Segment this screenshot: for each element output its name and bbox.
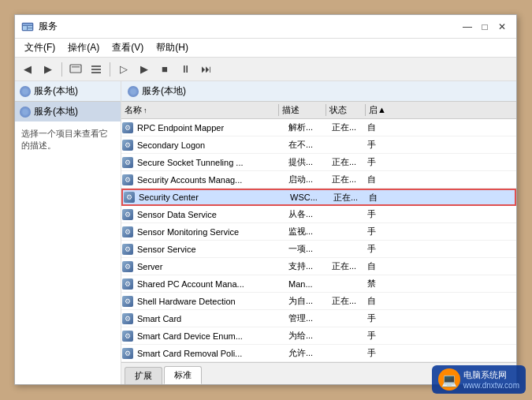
maximize-button[interactable]: □ [477, 19, 493, 35]
sidebar-item-icon [20, 107, 31, 118]
row-icon-9 [121, 278, 134, 290]
restart-button[interactable]: ⏭ [196, 61, 215, 78]
table-row[interactable]: Server 支持... 正在... 自 [121, 258, 516, 275]
main-window: 服务 — □ ✕ 文件(F) 操作(A) 查看(V) 帮助(H) ◀ ▶ [14, 14, 517, 385]
table-row[interactable]: Smart Card Removal Poli... 允许... 手 [121, 345, 516, 362]
window-icon [21, 21, 34, 33]
table-row[interactable]: Shared PC Account Mana... Man... 禁 [121, 275, 516, 293]
table-row[interactable]: Security Center WSC... 正在... 自 [121, 189, 516, 206]
row-start-8: 自 [364, 260, 394, 272]
col-header-desc[interactable]: 描述 [279, 104, 326, 116]
row-name-7: Sensor Service [136, 245, 285, 254]
table-row[interactable]: Sensor Service 一项... 手 [121, 241, 516, 258]
sort-arrow: ↑ [143, 107, 147, 114]
window-title: 服务 [39, 20, 459, 33]
sidebar-header-icon [20, 86, 31, 97]
tab-expand[interactable]: 扩展 [125, 367, 162, 384]
run-button[interactable]: ▷ [114, 61, 133, 78]
table-row[interactable]: Smart Card 管理... 手 [121, 310, 516, 327]
show-console-button[interactable] [66, 61, 85, 78]
svg-rect-8 [91, 65, 101, 67]
table-row[interactable]: Secondary Logon 在不... 手 [121, 136, 516, 154]
right-panel: 服务(本地) 名称 ↑ 描述 状态 启▲ [121, 81, 516, 384]
list-button[interactable] [87, 61, 106, 78]
stop-button[interactable]: ■ [155, 61, 174, 78]
row-desc-10: 为自... [285, 295, 329, 307]
row-name-8: Server [136, 262, 285, 271]
table-row[interactable]: Sensor Monitoring Service 监视... 手 [121, 223, 516, 241]
row-start-13: 手 [364, 347, 394, 359]
col-header-name[interactable]: 名称 ↑ [121, 104, 279, 116]
right-header-icon [128, 86, 139, 97]
row-status-2: 正在... [329, 156, 364, 168]
svg-rect-2 [23, 26, 27, 30]
close-button[interactable]: ✕ [494, 19, 510, 35]
col-header-status[interactable]: 状态 [326, 104, 366, 116]
svg-rect-1 [23, 24, 32, 25]
row-desc-8: 支持... [285, 260, 329, 272]
minimize-button[interactable]: — [459, 19, 475, 35]
row-start-0: 自 [364, 121, 394, 133]
row-icon-3 [121, 174, 134, 186]
row-icon-2 [121, 156, 134, 169]
table-header: 名称 ↑ 描述 状态 启▲ [121, 102, 516, 119]
row-start-6: 手 [364, 226, 394, 237]
window-controls: — □ ✕ [459, 19, 510, 35]
row-name-1: Secondary Logon [136, 140, 285, 150]
row-desc-11: 管理... [285, 312, 329, 324]
row-icon-0 [121, 121, 134, 134]
row-name-0: RPC Endpoint Mapper [136, 123, 285, 133]
row-name-11: Smart Card [136, 314, 285, 323]
table-row[interactable]: Security Accounts Manag... 启动... 正在... 自 [121, 171, 516, 189]
table-row[interactable]: Sensor Data Service 从各... 手 [121, 206, 516, 223]
back-button[interactable]: ◀ [18, 61, 37, 78]
row-status-0: 正在... [329, 121, 364, 133]
service-table[interactable]: 名称 ↑ 描述 状态 启▲ RPC Endpoint [121, 102, 516, 362]
row-icon-8 [121, 260, 134, 273]
col-header-start[interactable]: 启▲ [366, 104, 397, 116]
table-row[interactable]: Shell Hardware Detection 为自... 正在... 自 [121, 293, 516, 310]
watermark-text: 电脑系统网 [463, 369, 519, 380]
menu-view[interactable]: 查看(V) [106, 39, 150, 56]
row-status-8: 正在... [329, 260, 364, 272]
row-desc-7: 一项... [285, 243, 329, 255]
row-icon-7 [121, 243, 134, 256]
row-icon-6 [121, 226, 134, 238]
table-row[interactable]: RPC Endpoint Mapper 解析... 正在... 自 [121, 119, 516, 136]
row-desc-13: 允许... [285, 347, 329, 359]
row-name-5: Sensor Data Service [136, 210, 285, 219]
table-row[interactable]: Secure Socket Tunneling ... 提供... 正在... … [121, 154, 516, 171]
forward-button[interactable]: ▶ [39, 61, 58, 78]
sidebar-description: 选择一个项目来查看它的描述。 [15, 121, 121, 159]
svg-rect-10 [91, 72, 101, 73]
table-body: RPC Endpoint Mapper 解析... 正在... 自 Second… [121, 119, 516, 362]
table-row[interactable]: Smart Card Device Enum... 为给... 手 [121, 327, 516, 345]
service-icon-7 [122, 244, 133, 255]
row-start-9: 禁 [364, 278, 394, 290]
toolbar: ◀ ▶ ▷ ▶ ■ ⏸ ⏭ [15, 58, 516, 81]
watermark-subtext: www.dnxtw.com [463, 381, 519, 390]
menu-action[interactable]: 操作(A) [61, 39, 106, 56]
row-desc-2: 提供... [285, 156, 329, 168]
run2-button[interactable]: ▶ [135, 61, 154, 78]
service-icon-6 [122, 226, 133, 237]
sidebar-selected-item[interactable]: 服务(本地) [15, 102, 121, 121]
tab-standard[interactable]: 标准 [164, 366, 202, 384]
service-icon-11 [122, 313, 133, 324]
row-name-3: Security Accounts Manag... [136, 175, 285, 185]
row-desc-4: WSC... [287, 193, 330, 202]
row-name-4: Security Center [137, 193, 287, 202]
menu-help[interactable]: 帮助(H) [150, 39, 195, 56]
row-desc-3: 启动... [285, 174, 329, 185]
service-icon-5 [122, 209, 133, 220]
pause-button[interactable]: ⏸ [176, 61, 195, 78]
service-icon-3 [122, 174, 133, 185]
row-start-1: 手 [364, 139, 394, 151]
menu-bar: 文件(F) 操作(A) 查看(V) 帮助(H) [15, 39, 516, 58]
row-name-2: Secure Socket Tunneling ... [136, 158, 285, 167]
row-icon-12 [121, 330, 134, 342]
toolbar-separator-1 [61, 62, 62, 77]
row-start-11: 手 [364, 312, 394, 324]
row-name-10: Shell Hardware Detection [136, 297, 285, 306]
menu-file[interactable]: 文件(F) [18, 39, 61, 56]
